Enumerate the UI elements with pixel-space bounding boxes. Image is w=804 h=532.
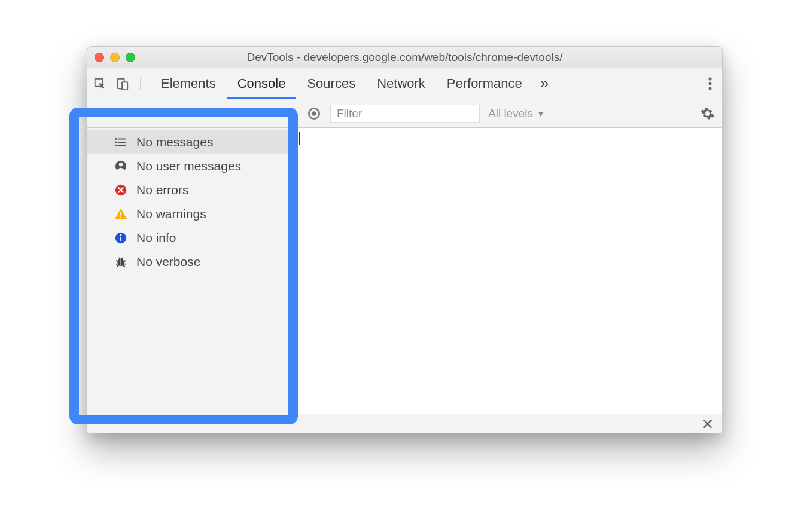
live-expression-icon[interactable] [306, 106, 322, 121]
tab-console[interactable]: Console [227, 68, 297, 99]
close-drawer-button[interactable] [702, 418, 714, 430]
sidebar-item-label: No verbose [136, 255, 200, 269]
sidebar-item-messages[interactable]: No messages [87, 130, 290, 154]
inspect-element-icon[interactable] [93, 77, 106, 90]
inspect-controls [93, 77, 141, 90]
tab-elements[interactable]: Elements [150, 68, 227, 99]
svg-point-8 [115, 142, 117, 143]
tab-network[interactable]: Network [366, 68, 436, 99]
device-toolbar-icon[interactable] [116, 77, 129, 90]
console-toolbar: ▼ All levels ▼ [87, 99, 722, 128]
svg-rect-1 [122, 82, 127, 90]
context-dropdown-icon[interactable]: ▼ [284, 109, 292, 118]
error-icon [114, 183, 128, 197]
filter-input[interactable] [330, 105, 480, 123]
sidebar-item-verbose[interactable]: No verbose [87, 250, 290, 274]
window-title: DevTools - developers.google.com/web/too… [87, 51, 722, 64]
user-icon [114, 159, 128, 173]
minimize-window-button[interactable] [110, 53, 120, 62]
sidebar-item-label: No errors [136, 183, 189, 197]
svg-point-2 [708, 77, 711, 80]
sidebar-item-label: No warnings [136, 207, 206, 221]
kebab-icon [708, 77, 712, 90]
info-icon [114, 231, 128, 245]
bug-icon [114, 255, 128, 269]
sidebar-item-user-messages[interactable]: No user messages [87, 154, 290, 178]
levels-label: All levels [488, 107, 533, 120]
list-icon [114, 135, 128, 149]
chevron-down-icon: ▼ [537, 109, 545, 118]
svg-point-9 [115, 145, 117, 146]
svg-rect-13 [120, 212, 121, 216]
devtools-window: DevTools - developers.google.com/web/too… [87, 46, 723, 433]
more-tabs-button[interactable]: » [533, 74, 556, 93]
svg-rect-16 [120, 237, 121, 241]
drawer-footer [87, 414, 722, 433]
svg-point-4 [708, 87, 711, 90]
sidebar-item-errors[interactable]: No errors [87, 178, 290, 202]
warning-icon [114, 207, 128, 221]
console-settings-button[interactable] [701, 106, 715, 121]
sidebar-item-info[interactable]: No info [87, 226, 290, 250]
svg-point-3 [708, 82, 711, 85]
window-controls [95, 53, 135, 62]
text-cursor [299, 132, 300, 145]
console-sidebar: No messages No user messages No errors N… [87, 128, 291, 414]
maximize-window-button[interactable] [126, 53, 135, 62]
console-output[interactable] [291, 128, 722, 414]
svg-point-7 [115, 138, 117, 140]
sidebar-item-warnings[interactable]: No warnings [87, 202, 290, 226]
sidebar-item-label: No messages [136, 135, 213, 149]
svg-point-6 [312, 111, 316, 116]
tab-sources[interactable]: Sources [296, 68, 366, 99]
sidebar-item-label: No user messages [136, 159, 241, 173]
console-content: No messages No user messages No errors N… [87, 128, 722, 414]
svg-rect-14 [120, 217, 121, 218]
close-window-button[interactable] [95, 53, 104, 62]
kebab-menu-button[interactable] [695, 77, 716, 90]
sidebar-item-label: No info [136, 231, 176, 245]
panel-tabs: Elements Console Sources Network Perform… [87, 68, 722, 99]
tab-performance[interactable]: Performance [436, 68, 533, 99]
svg-point-17 [120, 234, 122, 236]
titlebar: DevTools - developers.google.com/web/too… [87, 47, 722, 68]
log-levels-dropdown[interactable]: All levels ▼ [488, 107, 545, 120]
svg-point-11 [119, 163, 123, 166]
